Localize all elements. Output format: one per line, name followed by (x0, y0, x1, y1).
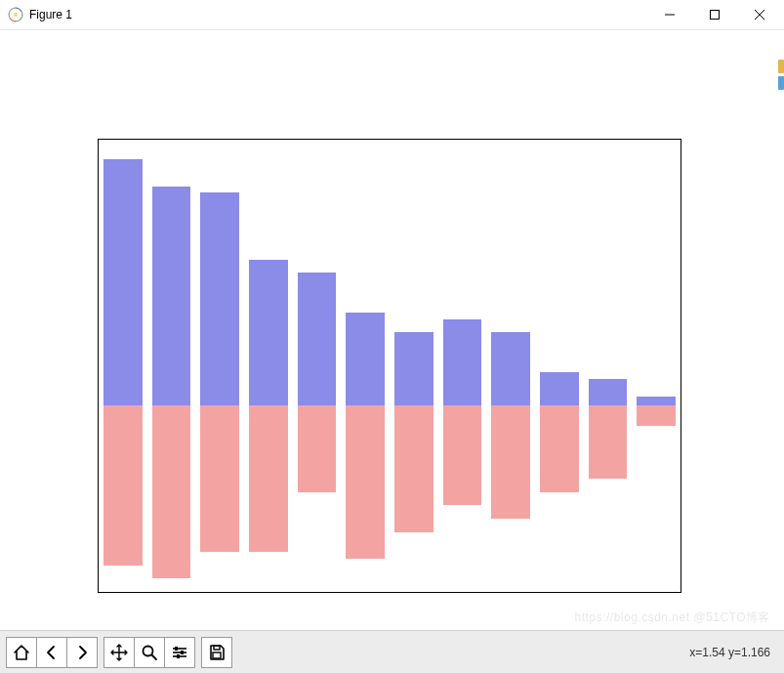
bar-top (200, 192, 239, 405)
tb-group-view (103, 637, 195, 668)
chart-bars (99, 140, 681, 592)
bar-top (298, 273, 337, 405)
configure-button[interactable] (165, 638, 194, 667)
bar-bottom (589, 405, 628, 479)
bar-bottom (200, 405, 239, 552)
svg-point-1 (14, 13, 18, 17)
maximize-button[interactable] (692, 0, 737, 29)
bar-bottom (394, 405, 433, 531)
close-button[interactable] (737, 0, 782, 29)
bar-top (103, 159, 143, 405)
bar-top (152, 187, 191, 406)
minimize-button[interactable] (647, 0, 692, 29)
bar-bottom (298, 405, 337, 492)
window-titlebar: Figure 1 (0, 0, 784, 30)
bar-top (346, 313, 385, 405)
svg-rect-3 (711, 11, 720, 20)
chart-axes (98, 139, 681, 593)
svg-rect-14 (214, 646, 220, 650)
nav-toolbar: x=1.54 y=1.166 (0, 630, 784, 673)
bar-top (540, 372, 579, 405)
cursor-coords: x=1.54 y=1.166 (689, 646, 770, 659)
home-button[interactable] (7, 638, 37, 667)
bar-bottom (491, 405, 530, 519)
bar-bottom (346, 405, 385, 559)
zoom-button[interactable] (135, 638, 165, 667)
pan-button[interactable] (104, 638, 135, 667)
bar-top (443, 319, 482, 406)
tb-group-nav (6, 637, 98, 668)
bar-top (637, 397, 676, 406)
right-edge-decor (778, 60, 784, 108)
bar-top (249, 260, 288, 406)
bar-bottom (103, 405, 143, 565)
svg-line-7 (152, 655, 157, 660)
bar-bottom (540, 405, 579, 492)
svg-rect-15 (213, 652, 221, 658)
window-controls (647, 0, 782, 29)
bar-bottom (637, 405, 676, 425)
save-button[interactable] (202, 638, 231, 667)
figure-canvas[interactable]: https://blog.csdn.net @51CTO博客 (0, 30, 784, 630)
window-title: Figure 1 (29, 8, 72, 21)
bar-top (589, 379, 628, 405)
watermark: https://blog.csdn.net @51CTO博客 (575, 610, 770, 626)
app-icon (8, 7, 23, 22)
bar-top (394, 332, 433, 405)
forward-button[interactable] (67, 638, 97, 667)
bar-top (491, 332, 530, 405)
bar-bottom (443, 405, 482, 505)
back-button[interactable] (37, 638, 67, 667)
svg-rect-9 (175, 647, 178, 651)
bar-bottom (249, 405, 288, 552)
svg-rect-11 (181, 651, 184, 654)
svg-rect-13 (177, 654, 180, 658)
bar-bottom (152, 405, 191, 578)
tb-group-save (201, 637, 232, 668)
